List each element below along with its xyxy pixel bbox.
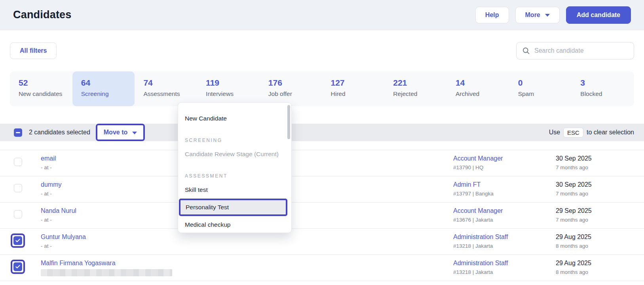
stage-count: 64 — [81, 78, 135, 88]
applied-date: 30 Sep 2025 — [556, 155, 592, 162]
candidate-subtitle: - at - — [41, 243, 86, 249]
job-title-link[interactable]: Account Manager — [453, 155, 503, 162]
esc-hint-prefix: Use — [549, 129, 560, 136]
checkbox-cell — [0, 176, 41, 202]
applied-date: 30 Sep 2025 — [556, 181, 592, 188]
date-cell: 30 Sep 2025 7 months ago — [556, 181, 592, 197]
job-title-link[interactable]: Admin FT — [453, 181, 481, 188]
move-to-button[interactable]: Move to — [97, 125, 143, 140]
job-cell: Administration Staff #13218 | Jakarta — [453, 233, 508, 249]
row-checkbox-checked[interactable] — [13, 262, 22, 271]
job-title-link[interactable]: Account Manager — [453, 207, 503, 214]
checkmark-icon — [15, 238, 21, 243]
candidate-name-link[interactable]: Guntur Mulyana — [41, 233, 86, 240]
stage-label: Screening — [81, 90, 135, 98]
table-row[interactable]: dummy - at - Admin FT #13797 | Bangka 30… — [0, 176, 644, 203]
candidate-subtitle: - at - — [41, 217, 76, 223]
stage-label: Rejected — [393, 90, 447, 98]
row-checkbox-checked[interactable] — [13, 236, 22, 245]
stage-assessments[interactable]: 74 Assessments — [135, 71, 197, 106]
stage-job-offer[interactable]: 176 Job offer — [260, 71, 322, 106]
stage-blocked[interactable]: 3 Blocked — [572, 71, 634, 106]
job-meta: #13676 | Jakarta — [453, 217, 503, 223]
click-highlight-box: Move to — [96, 124, 145, 141]
candidates-table: email - at - Account Manager #13790 | HQ… — [0, 150, 644, 281]
candidate-name-link[interactable]: email — [41, 155, 56, 162]
stage-hired[interactable]: 127 Hired — [322, 71, 385, 106]
table-row[interactable]: Guntur Mulyana - at - Administration Sta… — [0, 229, 644, 255]
menu-item-medical-checkup[interactable]: Medical checkup — [178, 216, 291, 233]
stage-label: Blocked — [580, 90, 634, 98]
all-filters-button[interactable]: All filters — [10, 42, 57, 59]
page-title: Candidates — [13, 9, 72, 21]
checkbox-cell — [0, 150, 41, 176]
menu-item-personality-test[interactable]: Personality Test — [179, 199, 287, 216]
add-candidate-button[interactable]: Add candidate — [566, 6, 631, 24]
date-cell: 30 Sep 2025 7 months ago — [556, 155, 592, 170]
esc-keycap: ESC — [563, 128, 583, 138]
checkbox-cell — [0, 255, 41, 281]
menu-item-new-candidate[interactable]: New Candidate — [178, 110, 291, 127]
candidate-name-link[interactable]: Nanda Nurul — [41, 207, 76, 214]
table-row[interactable]: Nanda Nurul - at - Account Manager #1367… — [0, 203, 644, 229]
dropdown-scrollbar[interactable] — [287, 105, 290, 139]
table-row[interactable]: email - at - Account Manager #13790 | HQ… — [0, 150, 644, 176]
move-to-label: Move to — [104, 129, 127, 136]
select-all-checkbox-indeterminate[interactable] — [14, 128, 22, 137]
click-highlight-box — [11, 233, 25, 248]
stage-count: 52 — [19, 78, 72, 88]
job-title-link[interactable]: Administration Staff — [453, 233, 508, 240]
stage-new-candidates[interactable]: 52 New candidates — [10, 71, 72, 106]
more-button[interactable]: More — [515, 7, 560, 23]
stage-count: 14 — [456, 78, 509, 88]
date-cell: 29 Sep 2025 7 months ago — [556, 207, 592, 223]
applied-ago: 7 months ago — [556, 164, 592, 170]
table-row[interactable]: Malfin Firmana Yogaswara Administration … — [0, 255, 644, 281]
stage-label: Hired — [331, 90, 385, 98]
stage-stats-bar: 52 New candidates 64 Screening 74 Assess… — [10, 71, 634, 106]
stage-label: Archived — [456, 90, 509, 98]
row-checkbox[interactable] — [14, 158, 22, 166]
job-title-link[interactable]: Administration Staff — [453, 260, 508, 266]
stage-interviews[interactable]: 119 Interviews — [197, 71, 260, 106]
more-button-label: More — [525, 11, 540, 19]
menu-section-screening: SCREENING — [178, 135, 291, 145]
menu-item-skill-test[interactable]: Skill test — [178, 181, 291, 199]
job-meta: #13790 | HQ — [453, 164, 503, 170]
candidate-cell: dummy - at - — [41, 176, 61, 202]
applied-ago: 8 months ago — [556, 269, 591, 275]
stage-count: 74 — [143, 78, 197, 88]
job-cell: Account Manager #13676 | Jakarta — [453, 207, 503, 223]
stage-count: 221 — [393, 78, 447, 88]
candidate-name-link[interactable]: dummy — [41, 181, 61, 188]
stage-label: Job offer — [268, 90, 322, 98]
search-input[interactable] — [534, 47, 628, 54]
esc-hint: Use ESC to clear selection — [549, 128, 634, 138]
selection-bar: 2 candidates selected Move to Use ESC to… — [0, 124, 644, 141]
chevron-down-icon — [132, 132, 137, 134]
stage-archived[interactable]: 14 Archived — [447, 71, 509, 106]
candidate-cell: Guntur Mulyana - at - — [41, 229, 86, 254]
row-checkbox[interactable] — [14, 184, 22, 192]
search-box[interactable] — [516, 42, 634, 59]
search-icon — [522, 47, 530, 55]
row-checkbox[interactable] — [14, 210, 22, 218]
candidate-cell: Nanda Nurul - at - — [41, 203, 76, 228]
stage-spam[interactable]: 0 Spam — [509, 71, 572, 106]
applied-ago: 7 months ago — [556, 191, 592, 197]
stage-label: Assessments — [143, 90, 197, 98]
stage-count: 176 — [268, 78, 322, 88]
applied-date: 29 Aug 2025 — [556, 260, 591, 267]
candidate-name-link[interactable]: Malfin Firmana Yogaswara — [41, 260, 116, 266]
checkbox-cell — [0, 229, 41, 254]
job-meta: #13797 | Bangka — [453, 191, 494, 197]
selected-count-text: 2 candidates selected — [29, 129, 90, 136]
applied-ago: 7 months ago — [556, 217, 592, 223]
candidate-subtitle: - at - — [41, 164, 56, 170]
stage-count: 0 — [518, 78, 572, 88]
stage-screening[interactable]: 64 Screening — [72, 71, 135, 106]
job-cell: Account Manager #13790 | HQ — [453, 155, 503, 170]
stage-rejected[interactable]: 221 Rejected — [384, 71, 447, 106]
help-button[interactable]: Help — [475, 7, 509, 23]
menu-item-candidate-review-stage: Candidate Review Stage (Current) — [178, 145, 291, 163]
